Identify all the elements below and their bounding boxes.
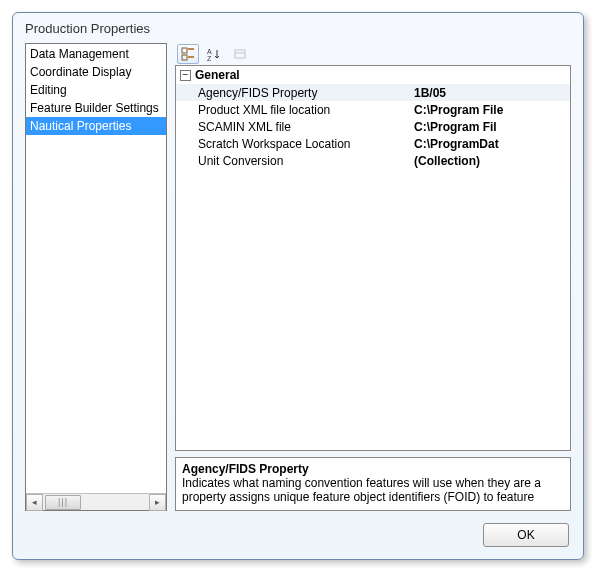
collapse-icon[interactable]: − [180,70,191,81]
property-name: Agency/FIDS Property [198,86,414,100]
category-label: General [195,68,240,82]
category-row-general[interactable]: − General [176,66,570,84]
property-row-unit-conversion[interactable]: Unit Conversion (Collection) [176,152,570,169]
property-name: SCAMIN XML file [198,120,414,134]
nav-item-coordinate-display[interactable]: Coordinate Display [26,63,166,81]
property-row-scamin-xml[interactable]: SCAMIN XML file C:\Program Fil [176,118,570,135]
svg-rect-2 [182,55,187,60]
property-value[interactable]: C:\ProgramDat [414,137,570,151]
nav-item-feature-builder[interactable]: Feature Builder Settings [26,99,166,117]
production-properties-dialog: Production Properties Data Management Co… [12,12,584,560]
nav-item-editing[interactable]: Editing [26,81,166,99]
property-grid: − General Agency/FIDS Property 1B/05 Pro… [175,65,571,451]
property-row-scratch-workspace[interactable]: Scratch Workspace Location C:\ProgramDat [176,135,570,152]
scroll-left-button[interactable]: ◂ [26,494,43,511]
dialog-title: Production Properties [13,13,583,42]
svg-rect-0 [182,48,187,53]
svg-rect-1 [188,48,194,50]
property-panel: A Z − General Age [175,43,571,511]
alphabetical-button[interactable]: A Z [203,44,225,64]
category-list: Data Management Coordinate Display Editi… [26,44,166,493]
property-value[interactable]: C:\Program File [414,103,570,117]
property-value[interactable]: 1B/05 [414,86,570,100]
property-value[interactable]: C:\Program Fil [414,120,570,134]
dialog-content: Data Management Coordinate Display Editi… [25,43,571,511]
description-title: Agency/FIDS Property [182,462,564,476]
property-pages-button [229,44,251,64]
nav-item-nautical-properties[interactable]: Nautical Properties [26,117,166,135]
nav-horizontal-scrollbar[interactable]: ◂ ||| ▸ [26,493,166,510]
dialog-buttons: OK [483,523,569,547]
svg-text:Z: Z [207,55,212,61]
svg-text:A: A [207,48,212,55]
property-name: Unit Conversion [198,154,414,168]
ok-button[interactable]: OK [483,523,569,547]
description-body: Indicates what naming convention feature… [182,476,564,504]
svg-rect-3 [188,56,194,58]
alphabetical-icon: A Z [207,47,221,61]
svg-rect-6 [235,50,245,58]
category-nav: Data Management Coordinate Display Editi… [25,43,167,511]
nav-item-data-management[interactable]: Data Management [26,45,166,63]
property-name: Scratch Workspace Location [198,137,414,151]
property-toolbar: A Z [175,43,571,65]
property-name: Product XML file location [198,103,414,117]
scroll-right-button[interactable]: ▸ [149,494,166,511]
categorized-icon [181,47,195,61]
property-value[interactable]: (Collection) [414,154,570,168]
categorized-button[interactable] [177,44,199,64]
property-row-product-xml[interactable]: Product XML file location C:\Program Fil… [176,101,570,118]
property-row-agency-fids[interactable]: Agency/FIDS Property 1B/05 [176,84,570,101]
property-pages-icon [233,47,247,61]
scroll-thumb[interactable]: ||| [45,495,81,510]
description-panel: Agency/FIDS Property Indicates what nami… [175,457,571,511]
